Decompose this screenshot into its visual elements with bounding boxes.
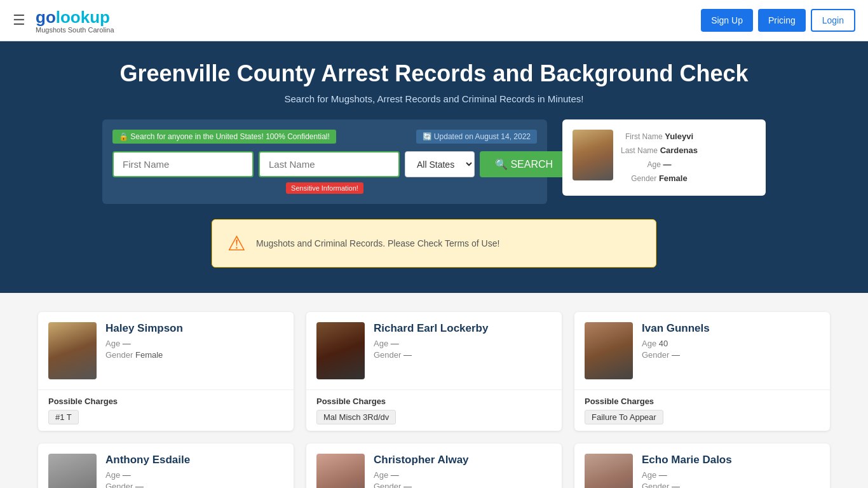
person-card-top: Haley Simpson Age — Gender Female (38, 312, 294, 390)
logo-text: golookup (36, 8, 114, 27)
charges-title: Possible Charges (585, 396, 820, 406)
charges-title: Possible Charges (48, 396, 283, 406)
menu-icon[interactable]: ☰ (13, 12, 25, 29)
person-card[interactable]: Anthony Esdaile Age — Gender — (38, 444, 294, 488)
page-title: Greenville County Arrest Records and Bac… (13, 60, 855, 87)
logo-subtitle: Mugshots South Carolina (36, 26, 114, 34)
person-age: Age — (642, 470, 732, 480)
person-info: Haley Simpson Age — Gender Female (105, 322, 183, 362)
warning-text: Mugshots and Criminal Records. Please Ch… (256, 238, 499, 248)
profile-card-inner: First Name Yuleyvi Last Name Cardenas Ag… (573, 130, 756, 186)
person-info: Ivan Gunnels Age 40 Gender — (642, 322, 710, 362)
confidential-label: 🔒 Search for anyone in the United States… (112, 130, 336, 144)
person-age: Age — (105, 470, 190, 480)
person-gender: Gender — (105, 482, 190, 488)
person-age: Age — (105, 339, 183, 348)
first-name-input[interactable] (112, 151, 254, 177)
person-card-top: Christopher Alway Age — Gender — (306, 444, 562, 488)
person-gender: Gender — (642, 350, 710, 360)
search-container: 🔒 Search for anyone in the United States… (13, 119, 855, 204)
person-mugshot (48, 322, 97, 379)
profile-age: Age — (621, 158, 698, 172)
mugshot-image (48, 322, 97, 379)
header: ☰ golookup Mugshots South Carolina Sign … (0, 0, 868, 41)
charges-section: Possible Charges Mal Misch 3Rd/dv (306, 390, 562, 431)
profile-gender: Gender Female (621, 172, 698, 186)
person-card[interactable]: Haley Simpson Age — Gender Female Possib… (38, 312, 294, 431)
updated-label: 🔄 Updated on August 14, 2022 (416, 130, 537, 144)
charges-title: Possible Charges (316, 396, 552, 406)
person-gender: Gender — (374, 482, 469, 488)
mugshot-image (316, 454, 365, 488)
signup-button[interactable]: Sign Up (701, 9, 753, 32)
person-gender: Gender — (642, 482, 732, 488)
cards-section: Haley Simpson Age — Gender Female Possib… (0, 293, 868, 488)
mugshot-image (585, 322, 633, 379)
logo-lookup: lookup (56, 8, 110, 27)
search-button[interactable]: 🔍 SEARCH (480, 151, 568, 177)
search-fields: All States 🔍 SEARCH (112, 151, 537, 177)
header-left: ☰ golookup Mugshots South Carolina (13, 8, 114, 34)
person-name: Richard Earl Lockerby (374, 322, 488, 335)
pricing-button[interactable]: Pricing (758, 9, 806, 32)
login-button[interactable]: Login (811, 9, 855, 32)
person-card[interactable]: Ivan Gunnels Age 40 Gender — Possible Ch… (574, 312, 830, 431)
warning-bar: ⚠ Mugshots and Criminal Records. Please … (212, 219, 656, 268)
person-name: Echo Marie Dalos (642, 454, 732, 466)
header-nav: Sign Up Pricing Login (701, 9, 855, 32)
person-info: Anthony Esdaile Age — Gender — (105, 454, 190, 488)
charges-section: Possible Charges Failure To Appear (574, 390, 830, 431)
mugshot-image (48, 454, 97, 488)
person-age: Age — (374, 470, 469, 480)
person-gender: Gender Female (105, 350, 183, 360)
avatar-image (573, 130, 613, 180)
logo-go: go (36, 8, 56, 27)
person-card[interactable]: Richard Earl Lockerby Age — Gender — Pos… (306, 312, 562, 431)
charges-section: Possible Charges #1 T (38, 390, 294, 431)
person-info: Richard Earl Lockerby Age — Gender — (374, 322, 488, 362)
profile-firstname: First Name Yuleyvi (621, 130, 698, 144)
person-info: Christopher Alway Age — Gender — (374, 454, 469, 488)
hero-subtitle: Search for Mugshots, Arrest Records and … (13, 93, 855, 104)
person-card[interactable]: Echo Marie Dalos Age — Gender — (574, 444, 830, 488)
person-name: Anthony Esdaile (105, 454, 190, 466)
person-card-top: Richard Earl Lockerby Age — Gender — (306, 312, 562, 390)
person-name: Christopher Alway (374, 454, 469, 466)
person-card[interactable]: Christopher Alway Age — Gender — (306, 444, 562, 488)
state-select[interactable]: All States (405, 151, 475, 177)
hero-section: Greenville County Arrest Records and Bac… (0, 41, 868, 293)
last-name-input[interactable] (259, 151, 400, 177)
profile-info: First Name Yuleyvi Last Name Cardenas Ag… (621, 130, 698, 186)
person-card-top: Anthony Esdaile Age — Gender — (38, 444, 294, 488)
person-mugshot (316, 322, 365, 379)
person-gender: Gender — (374, 350, 488, 360)
person-card-top: Ivan Gunnels Age 40 Gender — (574, 312, 830, 390)
sensitive-info-label: Sensitive Information! (286, 182, 363, 194)
person-age: Age 40 (642, 339, 710, 348)
person-name: Ivan Gunnels (642, 322, 710, 335)
charge-badge: Failure To Appear (585, 410, 663, 424)
person-info: Echo Marie Dalos Age — Gender — (642, 454, 732, 488)
search-top-bar: 🔒 Search for anyone in the United States… (112, 130, 537, 144)
person-name: Haley Simpson (105, 322, 183, 335)
warning-icon: ⚠ (227, 231, 246, 255)
profile-lastname: Last Name Cardenas (621, 144, 698, 158)
logo: golookup Mugshots South Carolina (36, 8, 114, 34)
person-mugshot (48, 454, 97, 488)
person-mugshot (585, 454, 633, 488)
mugshot-image (585, 454, 633, 488)
cards-grid: Haley Simpson Age — Gender Female Possib… (38, 312, 830, 488)
person-age: Age — (374, 339, 488, 348)
avatar (573, 130, 613, 180)
charge-badge: Mal Misch 3Rd/dv (316, 410, 396, 424)
profile-card: First Name Yuleyvi Last Name Cardenas Ag… (562, 119, 766, 196)
person-mugshot (585, 322, 633, 379)
charge-badge: #1 T (48, 410, 79, 424)
search-box: 🔒 Search for anyone in the United States… (102, 119, 547, 204)
mugshot-image (316, 322, 365, 379)
person-mugshot (316, 454, 365, 488)
person-card-top: Echo Marie Dalos Age — Gender — (574, 444, 830, 488)
